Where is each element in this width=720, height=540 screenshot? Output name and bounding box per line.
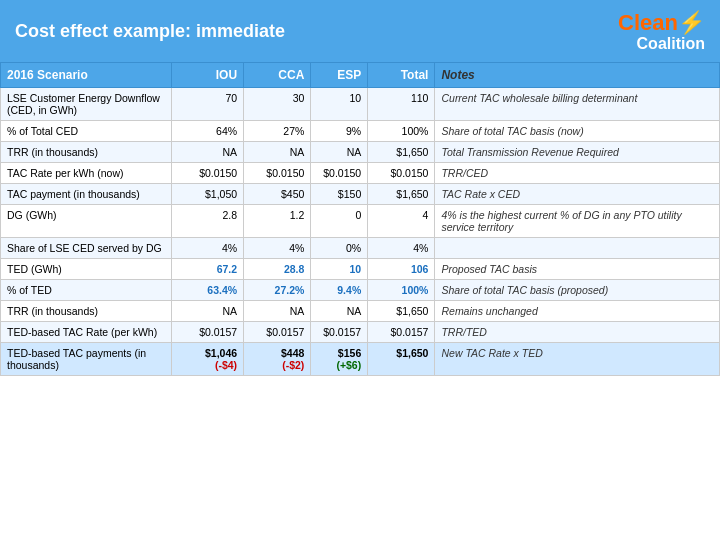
cell-scenario: LSE Customer Energy Downflow (CED, in GW… (1, 88, 172, 121)
cell-total: $1,650 (368, 343, 435, 376)
cell-iou: 67.2 (171, 259, 243, 280)
cell-iou: NA (171, 301, 243, 322)
cell-esp: 9.4% (311, 280, 368, 301)
cell-notes: TRR/TED (435, 322, 720, 343)
logo-coalition-text: Coalition (637, 36, 705, 52)
data-table: 2016 Scenario IOU CCA ESP Total Notes LS… (0, 62, 720, 376)
cell-cca: 28.8 (244, 259, 311, 280)
cell-total: 106 (368, 259, 435, 280)
table-row: TAC payment (in thousands)$1,050$450$150… (1, 184, 720, 205)
cell-notes: Total Transmission Revenue Required (435, 142, 720, 163)
table-row: TRR (in thousands)NANANA$1,650Total Tran… (1, 142, 720, 163)
cell-cca: 1.2 (244, 205, 311, 238)
cell-cca: 27.2% (244, 280, 311, 301)
cell-iou: $1,050 (171, 184, 243, 205)
cell-scenario: TED-based TAC payments (in thousands) (1, 343, 172, 376)
table-row: % of Total CED64%27%9%100%Share of total… (1, 121, 720, 142)
col-header-cca: CCA (244, 63, 311, 88)
cell-total: $0.0157 (368, 322, 435, 343)
cell-esp: 10 (311, 259, 368, 280)
col-header-esp: ESP (311, 63, 368, 88)
cell-iou: 64% (171, 121, 243, 142)
cell-scenario: TRR (in thousands) (1, 142, 172, 163)
table-row: TED (GWh)67.228.810106Proposed TAC basis (1, 259, 720, 280)
header: Cost effect example: immediate Clean ⚡ C… (0, 0, 720, 62)
col-header-total: Total (368, 63, 435, 88)
cell-esp: 9% (311, 121, 368, 142)
cell-total: 110 (368, 88, 435, 121)
cell-cca: $448(-$2) (244, 343, 311, 376)
cell-total: $1,650 (368, 142, 435, 163)
cell-total: $0.0150 (368, 163, 435, 184)
cell-iou: $1,046(-$4) (171, 343, 243, 376)
cell-notes: Share of total TAC basis (now) (435, 121, 720, 142)
cell-iou: 63.4% (171, 280, 243, 301)
table-header-row: 2016 Scenario IOU CCA ESP Total Notes (1, 63, 720, 88)
logo: Clean ⚡ Coalition (618, 10, 705, 52)
cell-notes: TAC Rate x CED (435, 184, 720, 205)
cell-notes (435, 238, 720, 259)
cell-iou: $0.0150 (171, 163, 243, 184)
cell-scenario: Share of LSE CED served by DG (1, 238, 172, 259)
logo-bolt-icon: ⚡ (678, 10, 705, 36)
cell-notes: Remains unchanged (435, 301, 720, 322)
table-row: % of TED63.4%27.2%9.4%100%Share of total… (1, 280, 720, 301)
cell-notes: 4% is the highest current % of DG in any… (435, 205, 720, 238)
cell-iou: 2.8 (171, 205, 243, 238)
cell-iou: $0.0157 (171, 322, 243, 343)
table-row: DG (GWh)2.81.2044% is the highest curren… (1, 205, 720, 238)
cell-scenario: TRR (in thousands) (1, 301, 172, 322)
cell-scenario: % of TED (1, 280, 172, 301)
cell-notes: New TAC Rate x TED (435, 343, 720, 376)
page-title: Cost effect example: immediate (15, 21, 285, 42)
cell-scenario: TED (GWh) (1, 259, 172, 280)
cell-cca: 27% (244, 121, 311, 142)
col-header-notes: Notes (435, 63, 720, 88)
cell-iou: NA (171, 142, 243, 163)
cell-total: 100% (368, 280, 435, 301)
cell-scenario: % of Total CED (1, 121, 172, 142)
cell-cca: $0.0157 (244, 322, 311, 343)
cell-iou: 70 (171, 88, 243, 121)
cell-total: 4 (368, 205, 435, 238)
cell-cca: $450 (244, 184, 311, 205)
logo-clean-text: Clean (618, 12, 678, 34)
table-row: TRR (in thousands)NANANA$1,650Remains un… (1, 301, 720, 322)
cell-esp: NA (311, 301, 368, 322)
col-header-scenario: 2016 Scenario (1, 63, 172, 88)
cell-notes: TRR/CED (435, 163, 720, 184)
table-row: TAC Rate per kWh (now)$0.0150$0.0150$0.0… (1, 163, 720, 184)
cell-esp: $150 (311, 184, 368, 205)
cell-scenario: TED-based TAC Rate (per kWh) (1, 322, 172, 343)
cell-notes: Proposed TAC basis (435, 259, 720, 280)
cell-esp: NA (311, 142, 368, 163)
cell-notes: Share of total TAC basis (proposed) (435, 280, 720, 301)
cell-total: 100% (368, 121, 435, 142)
cell-cca: NA (244, 301, 311, 322)
cell-esp: $0.0150 (311, 163, 368, 184)
cell-cca: 4% (244, 238, 311, 259)
table-row: LSE Customer Energy Downflow (CED, in GW… (1, 88, 720, 121)
cell-scenario: TAC Rate per kWh (now) (1, 163, 172, 184)
table-row: Share of LSE CED served by DG4%4%0%4% (1, 238, 720, 259)
cell-esp: 0 (311, 205, 368, 238)
cell-total: 4% (368, 238, 435, 259)
cell-cca: NA (244, 142, 311, 163)
table-row: TED-based TAC payments (in thousands)$1,… (1, 343, 720, 376)
cell-esp: 0% (311, 238, 368, 259)
cell-total: $1,650 (368, 184, 435, 205)
cell-esp: $0.0157 (311, 322, 368, 343)
cell-esp: $156(+$6) (311, 343, 368, 376)
cell-scenario: DG (GWh) (1, 205, 172, 238)
cell-scenario: TAC payment (in thousands) (1, 184, 172, 205)
cell-notes: Current TAC wholesale billing determinan… (435, 88, 720, 121)
col-header-iou: IOU (171, 63, 243, 88)
cell-cca: 30 (244, 88, 311, 121)
cell-cca: $0.0150 (244, 163, 311, 184)
cell-iou: 4% (171, 238, 243, 259)
cell-esp: 10 (311, 88, 368, 121)
table-row: TED-based TAC Rate (per kWh)$0.0157$0.01… (1, 322, 720, 343)
cell-total: $1,650 (368, 301, 435, 322)
